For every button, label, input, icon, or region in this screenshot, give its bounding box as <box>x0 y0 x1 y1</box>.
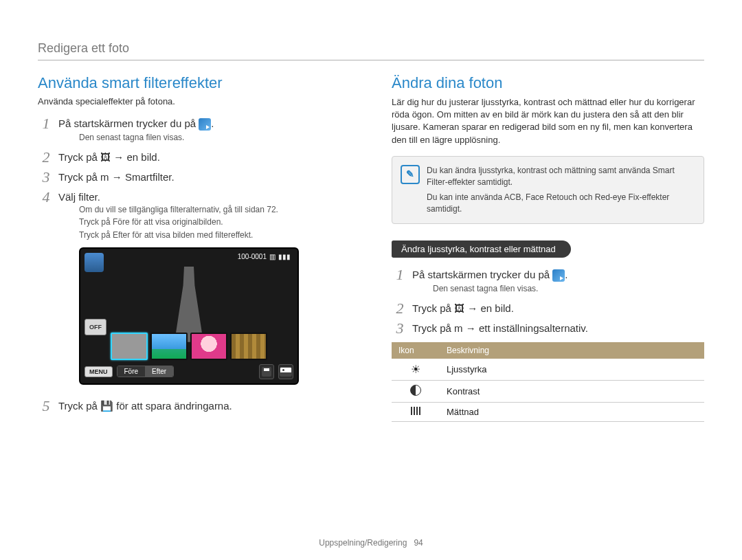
step-3: Tryck på m → Smartfilter. <box>38 167 350 187</box>
table-row: Mättnad <box>392 403 704 422</box>
r-step-1-note: Den senast tagna filen visas. <box>433 283 704 294</box>
step-2-text: Tryck på 🖼 → en bild. <box>58 151 160 163</box>
thumb-3[interactable] <box>190 333 227 360</box>
right-title: Ändra dina foton <box>392 74 704 92</box>
step-5-text: Tryck på 💾 för att spara ändringarna. <box>58 400 232 412</box>
row-brightness: Ljusstyrka <box>440 359 704 381</box>
cam-bottom-bar: MENU Före Efter <box>85 364 293 379</box>
save-icon[interactable] <box>259 364 274 379</box>
before-after-toggle[interactable]: Före Efter <box>117 366 175 377</box>
r-step-2: Tryck på 🖼 → en bild. <box>392 298 704 318</box>
row-saturation: Mättnad <box>440 403 704 422</box>
camera-screen-mock: 100-0001 ▥ ▮▮▮ OFF <box>79 247 299 385</box>
thumb-2[interactable] <box>150 333 188 360</box>
cam-left-icons <box>85 253 104 272</box>
r-step-3: Tryck på m → ett inställningsalternativ. <box>392 318 704 338</box>
footer-section: Uppspelning/Redigering <box>319 538 407 548</box>
step-3-text: Tryck på m → Smartfilter. <box>58 171 175 183</box>
th-icon: Ikon <box>392 342 440 359</box>
table-row: Kontrast <box>392 381 704 403</box>
after-tab[interactable]: Efter <box>145 366 173 377</box>
image-icon[interactable] <box>278 364 293 379</box>
thumb-1[interactable] <box>111 333 148 360</box>
brightness-icon <box>411 363 420 375</box>
table-row: Ljusstyrka <box>392 359 704 381</box>
r-step-3-text: Tryck på m → ett inställningsalternativ. <box>412 322 588 334</box>
two-column-layout: Använda smart filtereffekter Använda spe… <box>38 74 704 422</box>
right-intro: Lär dig hur du justerar ljusstyrka, kont… <box>392 96 704 146</box>
step-5: Tryck på 💾 för att spara ändringarna. <box>38 396 350 416</box>
playback-app-icon <box>199 118 211 131</box>
step-1-text: På startskärmen trycker du på <box>58 117 199 129</box>
info-icon: ✎ <box>401 165 420 184</box>
info-line-1: Du kan ändra ljusstyrka, kontrast och mä… <box>427 165 695 188</box>
person-silhouette <box>165 267 213 342</box>
right-steps: På startskärmen trycker du på . Den sena… <box>392 265 704 338</box>
step-1: På startskärmen trycker du på . Den sena… <box>38 113 350 147</box>
step-4-note-a: Om du vill se tillgängliga filteralterna… <box>79 204 350 215</box>
thumb-4[interactable] <box>230 333 267 360</box>
filter-mode-icon <box>85 253 104 272</box>
filter-thumbnails <box>111 333 267 360</box>
left-subtitle: Använda specialeffekter på fotona. <box>38 96 350 107</box>
row-contrast: Kontrast <box>440 381 704 403</box>
saturation-icon <box>411 407 420 415</box>
manual-page: Redigera ett foto Använda smart filteref… <box>0 0 742 560</box>
subsection-pill: Ändra ljusstyrka, kontrast eller mättnad <box>392 240 571 258</box>
contrast-icon <box>410 385 421 396</box>
th-desc: Beskrivning <box>440 342 704 359</box>
step-1-note: Den senast tagna filen visas. <box>79 132 350 143</box>
image-counter: 100-0001 <box>238 253 267 260</box>
r-step-1: På startskärmen trycker du på . Den sena… <box>392 265 704 298</box>
memory-icon: ▥ <box>269 253 276 260</box>
step-2: Tryck på 🖼 → en bild. <box>38 147 350 167</box>
left-steps: På startskärmen trycker du på . Den sena… <box>38 113 350 416</box>
step-4-note-c: Tryck på Efter för att visa bilden med f… <box>79 229 350 240</box>
before-tab[interactable]: Före <box>117 366 146 377</box>
battery-icon: ▮▮▮ <box>278 253 291 260</box>
right-column: Ändra dina foton Lär dig hur du justerar… <box>392 74 704 422</box>
cam-status-bar: 100-0001 ▥ ▮▮▮ <box>238 253 291 260</box>
footer-page: 94 <box>414 538 423 548</box>
page-header: Redigera ett foto <box>38 41 704 60</box>
left-title: Använda smart filtereffekter <box>38 74 350 92</box>
step-4-note-b: Tryck på Före för att visa originalbilde… <box>79 216 350 227</box>
page-footer: Uppspelning/Redigering 94 <box>0 538 742 548</box>
menu-button[interactable]: MENU <box>85 366 113 377</box>
icon-table: Ikon Beskrivning Ljusstyrka Kontrast <box>392 342 704 422</box>
r-step-1-text: På startskärmen trycker du på <box>412 269 552 280</box>
step-4-text: Välj filter. <box>58 191 100 203</box>
info-text: Du kan ändra ljusstyrka, kontrast och mä… <box>427 165 695 215</box>
playback-app-icon <box>552 269 565 282</box>
left-column: Använda smart filtereffekter Använda spe… <box>38 74 350 422</box>
info-box: ✎ Du kan ändra ljusstyrka, kontrast och … <box>392 156 704 224</box>
cam-preview <box>122 268 256 342</box>
step-4: Välj filter. Om du vill se tillgängliga … <box>38 187 350 396</box>
off-badge: OFF <box>85 319 106 335</box>
r-step-2-text: Tryck på 🖼 → en bild. <box>412 302 514 314</box>
info-line-2: Du kan inte använda ACB, Face Retouch oc… <box>427 192 695 215</box>
